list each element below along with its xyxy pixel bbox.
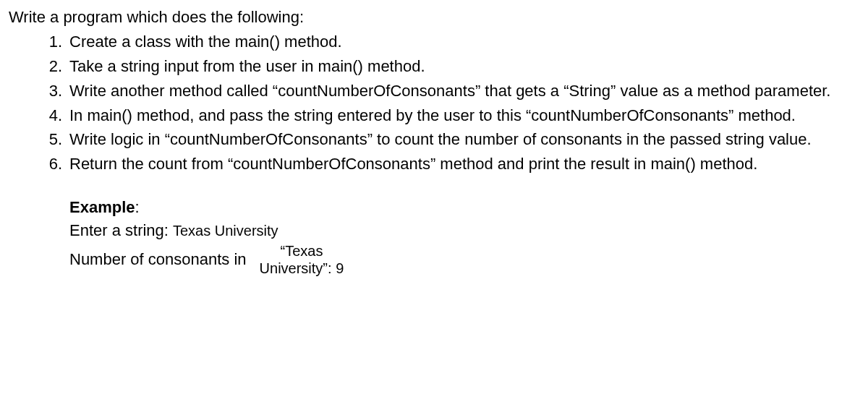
example-label: Example xyxy=(69,198,135,216)
list-item: 4. In main() method, and pass the string… xyxy=(41,104,859,127)
item-number: 2. xyxy=(41,55,62,78)
item-number: 1. xyxy=(41,30,62,54)
item-number: 5. xyxy=(41,128,62,151)
list-item: 6. Return the count from “countNumberOfC… xyxy=(41,153,859,176)
example-prompt: Enter a string: xyxy=(69,219,169,242)
example-line-2: Number of consonants in “Texas Universit… xyxy=(69,242,859,277)
example-line-1: Enter a string: Texas University xyxy=(69,219,859,242)
item-number: 4. xyxy=(41,104,62,127)
item-text: Write logic in “countNumberOfConsonants”… xyxy=(69,130,812,148)
example-block: Example: Enter a string: Texas Universit… xyxy=(9,196,859,277)
item-text: Create a class with the main() method. xyxy=(69,33,342,51)
list-item: 2. Take a string input from the user in … xyxy=(41,55,859,78)
example-output-prefix: Number of consonants in xyxy=(69,248,247,271)
example-input-value: Texas University xyxy=(173,221,278,241)
stacked-bottom: University”: 9 xyxy=(260,260,344,277)
item-number: 6. xyxy=(41,153,62,176)
list-item: 1. Create a class with the main() method… xyxy=(41,30,859,54)
instruction-list: 1. Create a class with the main() method… xyxy=(9,30,859,176)
item-text: Return the count from “countNumberOfCons… xyxy=(69,155,757,173)
item-text: Write another method called “countNumber… xyxy=(69,82,830,100)
stacked-top: “Texas xyxy=(280,242,323,260)
example-heading: Example: xyxy=(69,196,859,219)
intro-text: Write a program which does the following… xyxy=(9,6,859,29)
list-item: 5. Write logic in “countNumberOfConsonan… xyxy=(41,128,859,151)
example-colon: : xyxy=(135,198,140,216)
item-text: In main() method, and pass the string en… xyxy=(69,106,796,124)
item-number: 3. xyxy=(41,80,62,103)
item-text: Take a string input from the user in mai… xyxy=(69,57,425,75)
example-stacked-value: “Texas University”: 9 xyxy=(260,242,344,277)
list-item: 3. Write another method called “countNum… xyxy=(41,80,859,103)
